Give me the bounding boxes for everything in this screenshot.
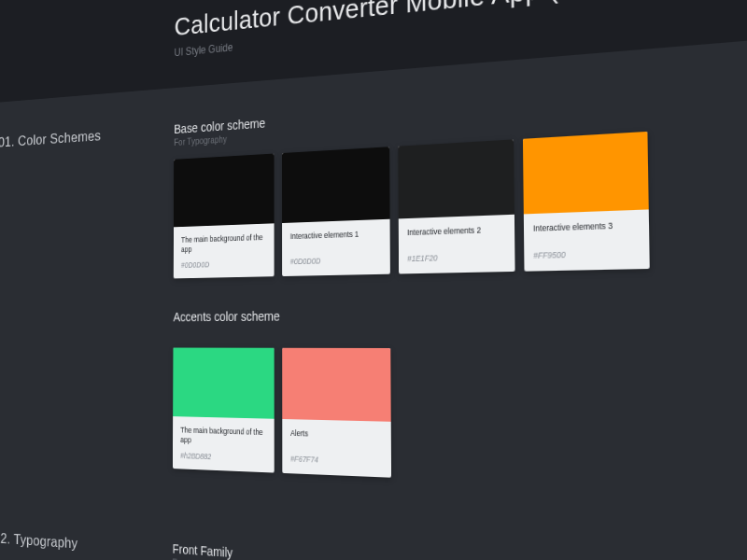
color-card: The main background of the app #0D0D0D xyxy=(174,154,275,279)
color-label: The main background of the app xyxy=(181,232,266,256)
group-accents-color-scheme: Accents color scheme The main background… xyxy=(173,301,747,502)
section-typography: 02. Typography Front Family Front Family… xyxy=(0,525,747,560)
color-swatch xyxy=(398,139,514,218)
color-hex: #0D0D0D xyxy=(181,259,266,270)
group-base-color-scheme: Base color scheme For Typography The mai… xyxy=(174,65,747,278)
color-label: Alerts xyxy=(290,428,383,452)
color-hex: #1E1F20 xyxy=(407,251,505,263)
color-hex: #0D0D0D xyxy=(290,255,382,266)
color-hex: #FF9500 xyxy=(533,248,640,260)
group-title: Accents color scheme xyxy=(174,301,747,324)
color-hex: #h2BD882 xyxy=(180,451,266,463)
color-swatch xyxy=(174,154,275,228)
color-card: Alerts #F67F74 xyxy=(282,348,391,478)
color-label: Interactive elements 3 xyxy=(533,220,640,245)
color-swatch xyxy=(523,132,649,215)
color-card: The main background of the app #h2BD882 xyxy=(173,347,275,472)
color-label: Interactive elements 2 xyxy=(407,224,505,248)
color-label: Interactive elements 1 xyxy=(290,229,382,252)
color-hex: #F67F74 xyxy=(290,455,383,468)
color-card: Interactive elements 3 #FF9500 xyxy=(523,132,650,272)
section-color-schemes: 01. Color Schemes Base color scheme For … xyxy=(0,65,747,542)
color-card: Interactive elements 2 #1E1F20 xyxy=(398,139,514,273)
section-number-colors: 01. Color Schemes xyxy=(0,122,174,151)
color-swatch xyxy=(173,347,274,418)
group-font-family: Front Family Front Family «SF Compact Di… xyxy=(172,541,747,560)
color-label: The main background of the app xyxy=(180,426,266,449)
section-number-typography: 02. Typography xyxy=(0,530,173,560)
group-title: Front Family xyxy=(173,541,747,560)
color-swatch xyxy=(282,147,390,223)
color-card: Interactive elements 1 #0D0D0D xyxy=(282,147,390,276)
color-swatch xyxy=(282,348,390,422)
